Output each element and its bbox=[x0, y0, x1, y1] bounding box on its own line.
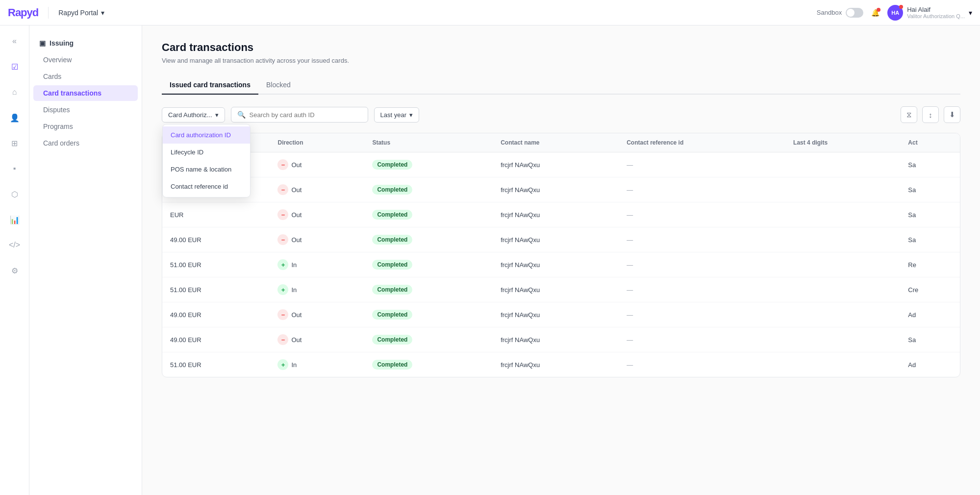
cell-direction: + In bbox=[270, 277, 364, 302]
cell-act: Ad bbox=[900, 302, 960, 327]
cell-direction: − Out bbox=[270, 227, 364, 252]
direction-badge: − Out bbox=[277, 334, 302, 345]
cell-amount: 51.00 EUR bbox=[162, 252, 270, 277]
filter-dropdown-menu: Card authorization ID Lifecycle ID POS n… bbox=[162, 124, 251, 198]
cell-contact-ref: — bbox=[619, 177, 785, 202]
collapse-icon[interactable]: « bbox=[7, 33, 23, 49]
tab-blocked[interactable]: Blocked bbox=[258, 76, 299, 95]
users-icon[interactable]: 👤 bbox=[7, 110, 23, 125]
cell-contact-name: frcjrf NAwQxu bbox=[493, 302, 619, 327]
cell-amount: 49.00 EUR bbox=[162, 302, 270, 327]
cell-contact-name: frcjrf NAwQxu bbox=[493, 252, 619, 277]
table-row[interactable]: 49.00 EUR − Out Completed frcjrf NAwQxu … bbox=[162, 327, 960, 352]
filter-chevron-icon: ▾ bbox=[215, 111, 219, 119]
cell-last4 bbox=[785, 327, 900, 352]
table-row[interactable]: 51.00 EUR + In Completed frcjrf NAwQxu —… bbox=[162, 252, 960, 277]
sidebar-item-card-orders[interactable]: Card orders bbox=[33, 135, 138, 151]
date-dropdown[interactable]: Last year ▾ bbox=[374, 107, 419, 123]
direction-badge: + In bbox=[277, 359, 297, 370]
sidebar: ▣ Issuing Overview Cards Card transactio… bbox=[29, 25, 142, 495]
table-row[interactable]: 49.00 EUR − Out Completed frcjrf NAwQxu … bbox=[162, 302, 960, 327]
tabs: Issued card transactions Blocked bbox=[162, 76, 960, 95]
dropdown-item-pos-name[interactable]: POS name & location bbox=[163, 161, 250, 178]
icon-rail: « ☑ ⌂ 👤 ⊞ ▪ ⬡ 📊 </> ⚙ bbox=[0, 25, 29, 495]
user-info: Hai Alaif Valitor Authorization Q... bbox=[907, 6, 965, 19]
cell-status: Completed bbox=[364, 227, 493, 252]
cell-act: Sa bbox=[900, 227, 960, 252]
sandbox-area: Sandbox bbox=[817, 8, 863, 18]
cell-amount: 49.00 EUR bbox=[162, 327, 270, 352]
notifications-button[interactable]: 🔔 bbox=[871, 9, 879, 17]
cell-contact-ref: — bbox=[619, 302, 785, 327]
direction-badge: − Out bbox=[277, 209, 302, 220]
table-row[interactable]: 49.00 EUR − Out Completed frcjrf NAwQxu … bbox=[162, 227, 960, 252]
direction-badge: − Out bbox=[277, 309, 302, 320]
sidebar-item-programs[interactable]: Programs bbox=[33, 119, 138, 134]
col-contact-ref: Contact reference id bbox=[619, 133, 785, 152]
sidebar-item-overview[interactable]: Overview bbox=[33, 52, 138, 68]
sidebar-section-label: Issuing bbox=[50, 39, 74, 47]
cell-act: Sa bbox=[900, 152, 960, 177]
page-title: Card transactions bbox=[162, 41, 960, 54]
dropdown-item-card-auth-id[interactable]: Card authorization ID bbox=[163, 126, 250, 144]
todo-icon[interactable]: ☑ bbox=[7, 59, 23, 74]
app-shell: Rapyd Rapyd Portal ▾ Sandbox 🔔 HA bbox=[0, 0, 980, 495]
table-row[interactable]: 51.00 EUR + In Completed frcjrf NAwQxu —… bbox=[162, 352, 960, 377]
sandbox-toggle[interactable] bbox=[846, 8, 863, 18]
tab-issued[interactable]: Issued card transactions bbox=[162, 76, 258, 95]
direction-out-icon: − bbox=[277, 309, 288, 320]
cell-last4 bbox=[785, 352, 900, 377]
cell-last4 bbox=[785, 202, 900, 227]
direction-in-icon: + bbox=[277, 359, 288, 370]
table-row[interactable]: 51.00 EUR + In Completed frcjrf NAwQxu —… bbox=[162, 277, 960, 302]
filter-dropdown[interactable]: Card Authoriz... ▾ Card authorization ID… bbox=[162, 107, 225, 123]
main-area: « ☑ ⌂ 👤 ⊞ ▪ ⬡ 📊 </> ⚙ ▣ Issuing Overview… bbox=[0, 25, 980, 495]
wallet-icon[interactable]: ⊞ bbox=[7, 135, 23, 151]
dropdown-item-contact-ref-id[interactable]: Contact reference id bbox=[163, 178, 250, 195]
sidebar-item-cards[interactable]: Cards bbox=[33, 69, 138, 84]
status-badge: Completed bbox=[372, 285, 412, 295]
cell-last4 bbox=[785, 252, 900, 277]
cell-status: Completed bbox=[364, 352, 493, 377]
chart-icon[interactable]: 📊 bbox=[7, 212, 23, 227]
user-org: Valitor Authorization Q... bbox=[907, 13, 965, 19]
code-icon[interactable]: </> bbox=[7, 237, 23, 253]
toolbar-right: ⧖ ↕ ⬇ bbox=[901, 106, 960, 123]
cell-amount: 51.00 EUR bbox=[162, 277, 270, 302]
toggle-knob bbox=[847, 9, 854, 17]
status-badge: Completed bbox=[372, 235, 412, 245]
download-button[interactable]: ⬇ bbox=[944, 106, 960, 123]
dropdown-item-lifecycle-id[interactable]: Lifecycle ID bbox=[163, 144, 250, 161]
table-row[interactable]: EUR − Out Completed frcjrf NAwQxu — Sa bbox=[162, 202, 960, 227]
portal-selector[interactable]: Rapyd Portal ▾ bbox=[58, 9, 104, 17]
search-box[interactable]: 🔍 bbox=[231, 107, 368, 123]
card-icon[interactable]: ▪ bbox=[7, 161, 23, 176]
direction-label: Out bbox=[291, 161, 302, 169]
sidebar-item-disputes[interactable]: Disputes bbox=[33, 102, 138, 118]
cell-amount: 51.00 EUR bbox=[162, 352, 270, 377]
sort-button[interactable]: ↕ bbox=[922, 106, 939, 123]
search-input[interactable] bbox=[250, 111, 362, 119]
status-badge: Completed bbox=[372, 360, 412, 370]
table-row[interactable]: EUR − Out Completed frcjrf NAwQxu — Sa bbox=[162, 177, 960, 202]
cell-contact-name: frcjrf NAwQxu bbox=[493, 227, 619, 252]
cell-contact-ref: — bbox=[619, 327, 785, 352]
cell-act: Sa bbox=[900, 327, 960, 352]
cell-status: Completed bbox=[364, 277, 493, 302]
user-area[interactable]: HA Hai Alaif Valitor Authorization Q... … bbox=[887, 5, 972, 21]
portal-label: Rapyd Portal bbox=[58, 9, 98, 17]
filter-dropdown-label: Card Authoriz... bbox=[168, 111, 212, 119]
user-name: Hai Alaif bbox=[907, 6, 965, 13]
filter-button[interactable]: ⧖ bbox=[901, 106, 917, 123]
direction-label: In bbox=[291, 361, 297, 369]
gear-icon[interactable]: ⚙ bbox=[7, 263, 23, 278]
shield-icon[interactable]: ⬡ bbox=[7, 186, 23, 202]
sidebar-item-card-transactions[interactable]: Card transactions bbox=[33, 85, 138, 101]
table-row[interactable]: EUR − Out Completed frcjrf NAwQxu — Sa bbox=[162, 152, 960, 177]
cell-act: Cre bbox=[900, 277, 960, 302]
cell-contact-name: frcjrf NAwQxu bbox=[493, 152, 619, 177]
logo-area: Rapyd Rapyd Portal ▾ bbox=[8, 6, 104, 19]
home-icon[interactable]: ⌂ bbox=[7, 84, 23, 100]
col-last4: Last 4 digits bbox=[785, 133, 900, 152]
cell-last4 bbox=[785, 277, 900, 302]
